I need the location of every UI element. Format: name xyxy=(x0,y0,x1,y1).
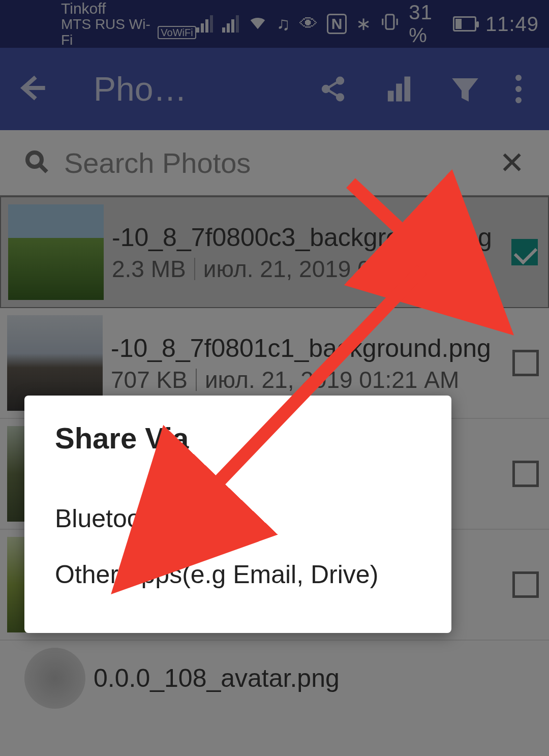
share-option-other-apps[interactable]: Other Apps(e.g Email, Drive) xyxy=(55,547,421,602)
share-dialog: Share Via Bluetooth Other Apps(e.g Email… xyxy=(24,396,451,633)
share-option-bluetooth[interactable]: Bluetooth xyxy=(55,491,421,547)
dialog-title: Share Via xyxy=(55,421,421,455)
modal-scrim[interactable] xyxy=(0,0,549,756)
